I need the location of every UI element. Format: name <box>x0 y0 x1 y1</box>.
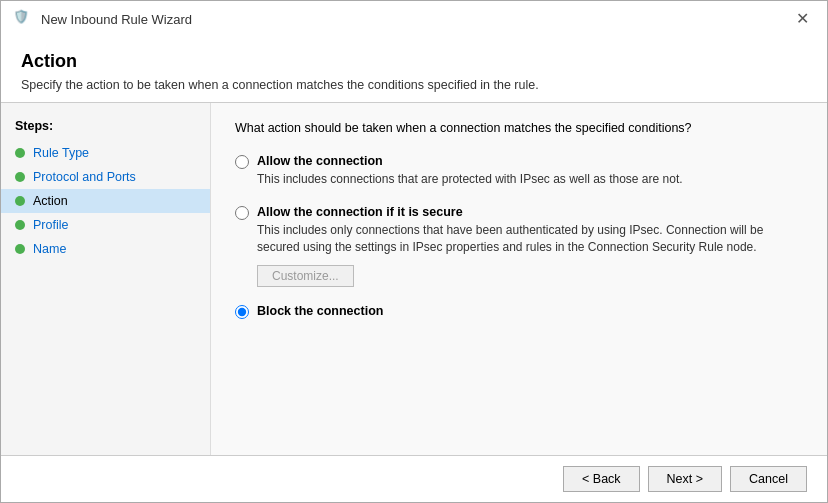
option-allow-content: Allow the connection This includes conne… <box>257 153 683 188</box>
page-description: Specify the action to be taken when a co… <box>21 78 807 92</box>
sidebar-item-protocol-ports[interactable]: Protocol and Ports <box>1 165 210 189</box>
sidebar-item-label-action: Action <box>33 194 68 208</box>
header-section: Action Specify the action to be taken wh… <box>1 37 827 103</box>
option-allow: Allow the connection This includes conne… <box>235 153 803 188</box>
option-allow-secure-title[interactable]: Allow the connection if it is secure <box>257 205 463 219</box>
footer: < Back Next > Cancel <box>1 455 827 502</box>
radio-block[interactable] <box>235 305 249 319</box>
title-bar-left: 🛡️ New Inbound Rule Wizard <box>13 9 192 29</box>
main-question: What action should be taken when a conne… <box>235 121 803 135</box>
step-dot-profile <box>15 220 25 230</box>
sidebar-item-profile[interactable]: Profile <box>1 213 210 237</box>
dialog-title: New Inbound Rule Wizard <box>41 12 192 27</box>
sidebar-item-rule-type[interactable]: Rule Type <box>1 141 210 165</box>
option-allow-secure-content: Allow the connection if it is secure Thi… <box>257 204 803 288</box>
main-content: What action should be taken when a conne… <box>211 103 827 455</box>
option-block-title[interactable]: Block the connection <box>257 304 383 318</box>
back-button[interactable]: < Back <box>563 466 640 492</box>
option-allow-secure-desc: This includes only connections that have… <box>257 222 803 256</box>
title-bar: 🛡️ New Inbound Rule Wizard ✕ <box>1 1 827 37</box>
radio-allow-secure[interactable] <box>235 206 249 220</box>
sidebar: Steps: Rule Type Protocol and Ports Acti… <box>1 103 211 455</box>
app-icon: 🛡️ <box>13 9 33 29</box>
sidebar-item-action[interactable]: Action <box>1 189 210 213</box>
sidebar-item-label-profile: Profile <box>33 218 68 232</box>
step-dot-protocol-ports <box>15 172 25 182</box>
cancel-button[interactable]: Cancel <box>730 466 807 492</box>
radio-allow[interactable] <box>235 155 249 169</box>
option-allow-desc: This includes connections that are prote… <box>257 171 683 188</box>
option-allow-secure: Allow the connection if it is secure Thi… <box>235 204 803 288</box>
sidebar-item-label-rule-type: Rule Type <box>33 146 89 160</box>
steps-label: Steps: <box>1 115 210 141</box>
step-dot-name <box>15 244 25 254</box>
next-button[interactable]: Next > <box>648 466 722 492</box>
option-allow-title[interactable]: Allow the connection <box>257 154 383 168</box>
close-button[interactable]: ✕ <box>790 9 815 29</box>
option-block-content: Block the connection <box>257 303 383 318</box>
sidebar-item-name[interactable]: Name <box>1 237 210 261</box>
sidebar-item-label-protocol-ports: Protocol and Ports <box>33 170 136 184</box>
page-title: Action <box>21 51 807 72</box>
step-dot-action <box>15 196 25 206</box>
customize-button: Customize... <box>257 265 354 287</box>
step-dot-rule-type <box>15 148 25 158</box>
dialog-window: 🛡️ New Inbound Rule Wizard ✕ Action Spec… <box>0 0 828 503</box>
option-block: Block the connection <box>235 303 803 319</box>
sidebar-item-label-name: Name <box>33 242 66 256</box>
content-area: Steps: Rule Type Protocol and Ports Acti… <box>1 103 827 455</box>
